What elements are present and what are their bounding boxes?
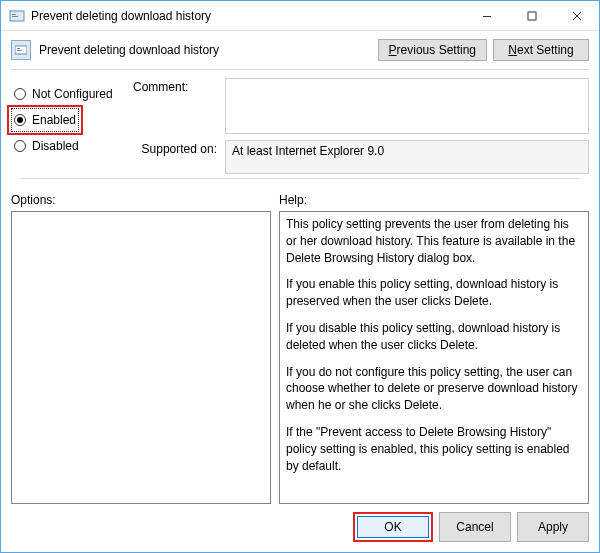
svg-rect-4 bbox=[528, 12, 536, 20]
comment-label: Comment: bbox=[133, 78, 217, 94]
radio-icon bbox=[14, 88, 26, 100]
close-button[interactable] bbox=[554, 1, 599, 30]
svg-rect-9 bbox=[17, 50, 22, 51]
help-paragraph: If the "Prevent access to Delete Browsin… bbox=[286, 424, 582, 474]
radio-disabled[interactable]: Disabled bbox=[11, 134, 121, 158]
radio-label: Enabled bbox=[32, 110, 76, 130]
radio-label: Not Configured bbox=[32, 84, 113, 104]
previous-setting-button[interactable]: Previous Setting bbox=[378, 39, 487, 61]
help-column: Help: This policy setting prevents the u… bbox=[279, 193, 589, 504]
help-paragraph: If you enable this policy setting, downl… bbox=[286, 276, 582, 310]
apply-button[interactable]: Apply bbox=[517, 512, 589, 542]
supported-line: Supported on: At least Internet Explorer… bbox=[133, 140, 589, 174]
supported-text: At least Internet Explorer 9.0 bbox=[225, 140, 589, 174]
dialog-body: Not Configured Enabled Disabled Comment: bbox=[1, 74, 599, 504]
radio-label: Disabled bbox=[32, 136, 79, 156]
svg-rect-3 bbox=[483, 16, 491, 17]
footer: OK Cancel Apply bbox=[1, 504, 599, 552]
help-paragraph: If you do not configure this policy sett… bbox=[286, 364, 582, 414]
cancel-button[interactable]: Cancel bbox=[439, 512, 511, 542]
help-label: Help: bbox=[279, 193, 589, 207]
highlight-box-ok: OK bbox=[353, 512, 433, 542]
options-box[interactable] bbox=[11, 211, 271, 504]
config-row: Not Configured Enabled Disabled Comment: bbox=[11, 78, 589, 174]
options-column: Options: bbox=[11, 193, 271, 504]
svg-rect-1 bbox=[12, 14, 16, 15]
maximize-button[interactable] bbox=[509, 1, 554, 30]
ok-button[interactable]: OK bbox=[357, 516, 429, 538]
help-paragraph: If you disable this policy setting, down… bbox=[286, 320, 582, 354]
comment-line: Comment: bbox=[133, 78, 589, 134]
window-title: Prevent deleting download history bbox=[31, 9, 464, 23]
panels-row: Options: Help: This policy setting preve… bbox=[11, 193, 589, 504]
dialog-window: Prevent deleting download history Preven… bbox=[0, 0, 600, 553]
minimize-button[interactable] bbox=[464, 1, 509, 30]
svg-rect-8 bbox=[17, 48, 20, 49]
right-column: Comment: Supported on: At least Internet… bbox=[133, 78, 589, 174]
radio-enabled[interactable]: Enabled bbox=[11, 108, 79, 132]
supported-label: Supported on: bbox=[133, 140, 217, 156]
supported-value: At least Internet Explorer 9.0 bbox=[232, 144, 384, 158]
comment-input[interactable] bbox=[225, 78, 589, 134]
policy-icon bbox=[11, 40, 31, 60]
titlebar: Prevent deleting download history bbox=[1, 1, 599, 31]
next-setting-button[interactable]: Next Setting bbox=[493, 39, 589, 61]
options-label: Options: bbox=[11, 193, 271, 207]
app-icon bbox=[9, 8, 25, 24]
state-radios: Not Configured Enabled Disabled bbox=[11, 78, 121, 174]
separator bbox=[21, 178, 579, 179]
highlight-box-enabled: Enabled bbox=[7, 105, 83, 135]
radio-not-configured[interactable]: Not Configured bbox=[11, 82, 121, 106]
help-paragraph: This policy setting prevents the user fr… bbox=[286, 216, 582, 266]
separator bbox=[11, 69, 589, 70]
radio-icon bbox=[14, 140, 26, 152]
header-row: Prevent deleting download history Previo… bbox=[1, 31, 599, 65]
radio-icon bbox=[14, 114, 26, 126]
svg-rect-2 bbox=[12, 16, 18, 17]
help-box[interactable]: This policy setting prevents the user fr… bbox=[279, 211, 589, 504]
policy-title: Prevent deleting download history bbox=[39, 43, 372, 57]
